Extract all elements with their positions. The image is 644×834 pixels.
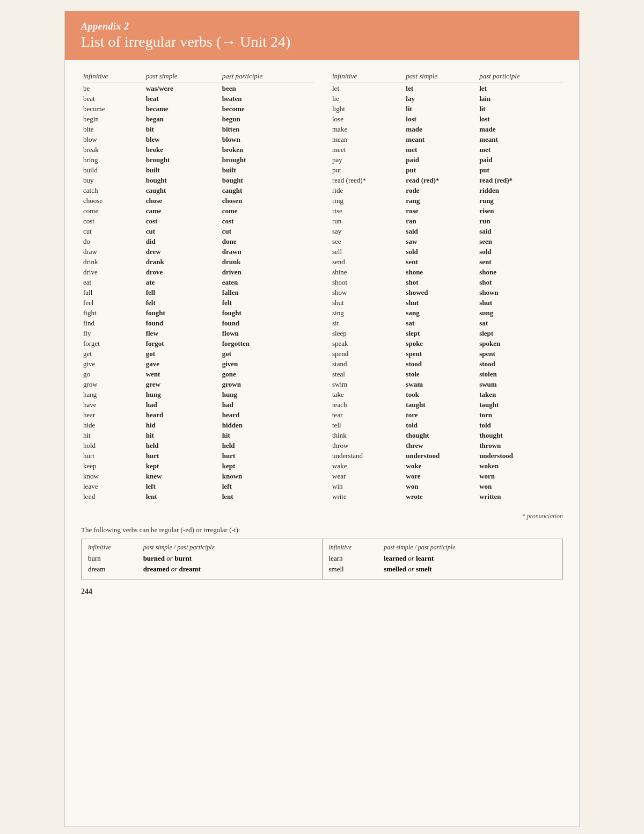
table-row: ringrangrung xyxy=(330,195,563,206)
table-row: bringbroughtbrought xyxy=(81,155,314,165)
table-row: spendspentspent xyxy=(330,349,563,359)
appendix-label: Appendix 2 xyxy=(81,21,563,32)
left-verb-table: infinitive past simple past participle b… xyxy=(81,71,314,502)
pronunciation-footnote: * pronunciation xyxy=(81,512,563,520)
table-row: shutshutshut xyxy=(330,298,563,308)
table-row: bitebitbitten xyxy=(81,124,314,134)
reg-right-inf-header: infinitive xyxy=(329,543,384,553)
table-row: givegavegiven xyxy=(81,359,314,369)
list-item: burnburned or burnt xyxy=(88,553,316,564)
main-content: infinitive past simple past participle b… xyxy=(65,71,579,579)
table-row: sleepsleptslept xyxy=(330,328,563,338)
table-row: read (reed)*read (red)*read (red)* xyxy=(330,175,563,185)
regular-table-right: infinitive past simple / past participle… xyxy=(323,539,563,579)
reg-right-pp-header: past simple / past participle xyxy=(384,543,556,553)
table-row: hurthurthurt xyxy=(81,451,314,461)
table-row: sellsoldsold xyxy=(330,246,563,257)
right-verb-table: infinitive past simple past participle l… xyxy=(330,71,563,502)
table-row: havehadhad xyxy=(81,400,314,410)
table-row: speakspokespoken xyxy=(330,338,563,349)
table-row: keepkeptkept xyxy=(81,461,314,471)
table-row: paypaidpaid xyxy=(330,155,563,165)
left-col-infinitive: infinitive xyxy=(81,71,144,83)
list-item: learnlearned or learnt xyxy=(329,553,557,564)
table-row: wakewokewoken xyxy=(330,461,563,471)
table-row: shootshotshot xyxy=(330,277,563,287)
table-row: flyflewflown xyxy=(81,328,314,338)
table-row: forgetforgotforgotten xyxy=(81,338,314,349)
table-row: choosechosechosen xyxy=(81,195,314,206)
table-row: cutcutcut xyxy=(81,226,314,236)
table-row: fightfoughtfought xyxy=(81,308,314,318)
table-row: drinkdrankdrunk xyxy=(81,257,314,267)
table-row: winwonwon xyxy=(330,481,563,491)
table-row: gowentgone xyxy=(81,369,314,379)
table-row: getgotgot xyxy=(81,349,314,359)
table-row: lightlitlit xyxy=(330,104,563,114)
table-row: showshowedshown xyxy=(330,287,563,298)
list-item: dreamdreamed or dreamt xyxy=(88,564,316,575)
verb-tables: infinitive past simple past participle b… xyxy=(81,71,563,502)
table-row: buyboughtbought xyxy=(81,175,314,185)
table-row: beginbeganbegun xyxy=(81,114,314,124)
reg-left-pp-header: past simple / past participle xyxy=(143,543,316,553)
left-verb-column: infinitive past simple past participle b… xyxy=(81,71,314,502)
page-number: 244 xyxy=(65,579,579,596)
table-row: dodiddone xyxy=(81,236,314,246)
table-row: hidehidhidden xyxy=(81,420,314,430)
table-row: letletlet xyxy=(330,83,563,94)
table-row: thinkthoughtthought xyxy=(330,430,563,440)
table-row: singsangsung xyxy=(330,308,563,318)
table-row: hanghunghung xyxy=(81,389,314,400)
table-row: lielaylain xyxy=(330,93,563,104)
table-row: becomebecamebecome xyxy=(81,104,314,114)
reg-left-inf-header: infinitive xyxy=(88,543,143,553)
table-row: stealstolestolen xyxy=(330,369,563,379)
table-row: rideroderidden xyxy=(330,185,563,195)
table-row: taketooktaken xyxy=(330,389,563,400)
right-col-past-participle: past participle xyxy=(477,71,563,83)
table-row: drivedrovedriven xyxy=(81,267,314,277)
table-row: wearworeworn xyxy=(330,471,563,481)
table-row: costcostcost xyxy=(81,216,314,226)
table-row: throwthrewthrown xyxy=(330,440,563,451)
table-row: riseroserisen xyxy=(330,206,563,216)
table-row: leaveleftleft xyxy=(81,481,314,491)
regular-tables-container: infinitive past simple / past participle… xyxy=(81,539,563,579)
table-row: holdheldheld xyxy=(81,440,314,451)
table-row: breakbrokebroken xyxy=(81,144,314,155)
table-row: makemademade xyxy=(330,124,563,134)
table-row: hithithit xyxy=(81,430,314,440)
table-row: bewas/werebeen xyxy=(81,83,314,94)
table-row: loselostlost xyxy=(330,114,563,124)
table-row: sitsatsat xyxy=(330,318,563,328)
regular-intro-text: The following verbs can be regular (-ed)… xyxy=(81,526,563,534)
page-title: List of irregular verbs (→ Unit 24) xyxy=(81,33,563,50)
table-row: shineshoneshone xyxy=(330,267,563,277)
table-row: understandunderstoodunderstood xyxy=(330,451,563,461)
table-row: drawdrewdrawn xyxy=(81,246,314,257)
right-col-infinitive: infinitive xyxy=(330,71,404,83)
table-row: findfoundfound xyxy=(81,318,314,328)
table-row: writewrotewritten xyxy=(330,491,563,502)
table-row: beatbeatbeaten xyxy=(81,93,314,104)
table-row: teartoretorn xyxy=(330,410,563,420)
table-row: hearheardheard xyxy=(81,410,314,420)
regular-table-left: infinitive past simple / past participle… xyxy=(82,539,323,579)
table-row: telltoldtold xyxy=(330,420,563,430)
left-col-past-simple: past simple xyxy=(144,71,220,83)
right-verb-column: infinitive past simple past participle l… xyxy=(330,71,563,502)
table-row: growgrewgrown xyxy=(81,379,314,389)
table-row: fallfellfallen xyxy=(81,287,314,298)
table-row: standstoodstood xyxy=(330,359,563,369)
table-row: feelfeltfelt xyxy=(81,298,314,308)
table-row: swimswamswum xyxy=(330,379,563,389)
table-row: buildbuiltbuilt xyxy=(81,165,314,175)
table-row: eatateeaten xyxy=(81,277,314,287)
table-row: blowblewblown xyxy=(81,134,314,144)
table-row: meanmeantmeant xyxy=(330,134,563,144)
table-row: catchcaughtcaught xyxy=(81,185,314,195)
list-item: smellsmelled or smelt xyxy=(329,564,557,575)
table-row: runranrun xyxy=(330,216,563,226)
table-row: seesawseen xyxy=(330,236,563,246)
